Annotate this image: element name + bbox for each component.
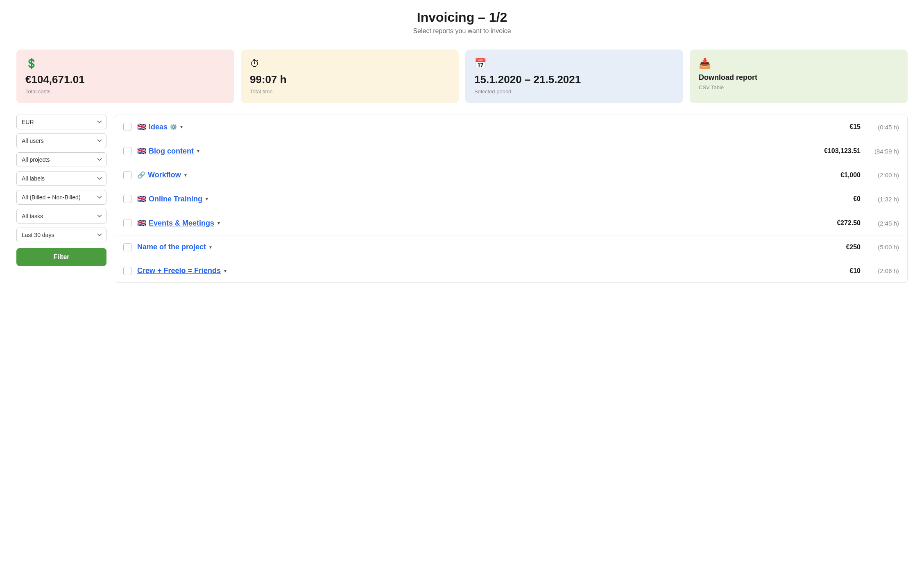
sidebar-filters: EUR USD All users All projects All label… [16, 115, 106, 266]
name-of-project-info: Name of the project ▾ [137, 243, 806, 251]
total-time-label: Total time [250, 88, 273, 95]
ideas-checkbox[interactable] [123, 123, 131, 131]
download-report-label: CSV Table [699, 84, 724, 90]
total-costs-icon: 💲 [25, 58, 225, 69]
ideas-flag: 🇬🇧 [137, 122, 146, 131]
card-selected-period: 📅15.1.2020 – 21.5.2021Selected period [465, 50, 683, 103]
workflow-time: (2:00 h) [866, 172, 899, 178]
ideas-cost: €15 [811, 123, 861, 131]
selected-period-value: 15.1.2020 – 21.5.2021 [474, 73, 674, 86]
total-time-value: 99:07 h [250, 73, 450, 86]
workflow-cost: €1,000 [811, 172, 861, 179]
selected-period-icon: 📅 [474, 58, 674, 69]
report-row: 🇬🇧Ideas ⚙️ ▾€15(0:45 h) [115, 115, 907, 139]
projects-filter[interactable]: All projects [16, 152, 106, 167]
online-training-time: (1:32 h) [866, 196, 899, 203]
online-training-flag: 🇬🇧 [137, 194, 146, 203]
report-row: 🔗Workflow ▾€1,000(2:00 h) [115, 163, 907, 187]
workflow-name[interactable]: Workflow [148, 171, 181, 179]
total-costs-value: €104,671.01 [25, 73, 225, 86]
events-meetings-flag: 🇬🇧 [137, 219, 146, 228]
name-of-project-checkbox[interactable] [123, 243, 131, 251]
ideas-name[interactable]: Ideas [149, 123, 168, 131]
users-filter[interactable]: All users [16, 133, 106, 148]
filter-button[interactable]: Filter [16, 248, 106, 266]
reports-table: 🇬🇧Ideas ⚙️ ▾€15(0:45 h)🇬🇧Blog content ▾€… [115, 115, 908, 283]
crew-freelo-friends-name[interactable]: Crew + Freelo = Friends [137, 266, 221, 275]
card-total-time: ⏱99:07 hTotal time [241, 50, 459, 103]
report-row: 🇬🇧Online Training ▾€0(1:32 h) [115, 187, 907, 211]
report-row: 🇬🇧Blog content ▾€103,123.51(84:59 h) [115, 139, 907, 163]
workflow-info: 🔗Workflow ▾ [137, 171, 806, 179]
labels-filter[interactable]: All labels [16, 171, 106, 186]
online-training-checkbox[interactable] [123, 195, 131, 203]
online-training-dropdown-arrow[interactable]: ▾ [206, 196, 208, 202]
events-meetings-name[interactable]: Events & Meetings [149, 219, 214, 228]
blog-content-info: 🇬🇧Blog content ▾ [137, 147, 806, 156]
billed-filter[interactable]: All (Billed + Non-Billed) Billed Non-Bil… [16, 190, 106, 205]
crew-freelo-friends-checkbox[interactable] [123, 267, 131, 275]
workflow-checkbox[interactable] [123, 171, 131, 179]
blog-content-dropdown-arrow[interactable]: ▾ [197, 148, 199, 154]
ideas-dropdown-arrow[interactable]: ▾ [180, 124, 183, 130]
selected-period-label: Selected period [474, 88, 511, 95]
events-meetings-time: (2:45 h) [866, 220, 899, 227]
summary-cards: 💲€104,671.01Total costs⏱99:07 hTotal tim… [16, 50, 908, 103]
events-meetings-checkbox[interactable] [123, 219, 131, 227]
page-subtitle: Select reports you want to invoice [16, 27, 908, 35]
ideas-info: 🇬🇧Ideas ⚙️ ▾ [137, 122, 806, 131]
report-row: Name of the project ▾€250(5:00 h) [115, 235, 907, 259]
crew-freelo-friends-cost: €10 [811, 267, 861, 275]
tasks-filter[interactable]: All tasks [16, 209, 106, 224]
name-of-project-name[interactable]: Name of the project [137, 243, 206, 251]
page-title: Invoicing – 1/2 [16, 10, 908, 25]
main-layout: EUR USD All users All projects All label… [16, 115, 908, 283]
events-meetings-cost: €272.50 [811, 219, 861, 227]
total-time-icon: ⏱ [250, 58, 450, 69]
name-of-project-dropdown-arrow[interactable]: ▾ [209, 244, 212, 250]
crew-freelo-friends-dropdown-arrow[interactable]: ▾ [224, 268, 226, 274]
ideas-status-icon: ⚙️ [170, 124, 177, 130]
currency-filter[interactable]: EUR USD [16, 115, 106, 129]
events-meetings-info: 🇬🇧Events & Meetings ▾ [137, 219, 806, 228]
blog-content-name[interactable]: Blog content [149, 147, 194, 156]
blog-content-cost: €103,123.51 [811, 147, 861, 155]
crew-freelo-friends-time: (2:06 h) [866, 267, 899, 274]
download-report-value: Download report [699, 73, 899, 82]
blog-content-time: (84:59 h) [866, 148, 899, 155]
report-row: 🇬🇧Events & Meetings ▾€272.50(2:45 h) [115, 211, 907, 235]
crew-freelo-friends-info: Crew + Freelo = Friends ▾ [137, 266, 806, 275]
period-filter[interactable]: Last 30 days This month Last month Custo… [16, 228, 106, 242]
online-training-cost: €0 [811, 195, 861, 203]
workflow-project-icon: 🔗 [137, 171, 145, 179]
page-header: Invoicing – 1/2 Select reports you want … [16, 10, 908, 35]
card-total-costs: 💲€104,671.01Total costs [16, 50, 234, 103]
name-of-project-time: (5:00 h) [866, 244, 899, 251]
workflow-dropdown-arrow[interactable]: ▾ [184, 172, 187, 178]
card-download-report[interactable]: 📥Download reportCSV Table [690, 50, 908, 103]
events-meetings-dropdown-arrow[interactable]: ▾ [217, 220, 220, 226]
total-costs-label: Total costs [25, 88, 50, 95]
download-report-icon: 📥 [699, 58, 899, 69]
online-training-name[interactable]: Online Training [149, 195, 202, 203]
ideas-time: (0:45 h) [866, 124, 899, 131]
blog-content-checkbox[interactable] [123, 147, 131, 155]
name-of-project-cost: €250 [811, 244, 861, 251]
blog-content-flag: 🇬🇧 [137, 147, 146, 156]
report-row: Crew + Freelo = Friends ▾€10(2:06 h) [115, 259, 907, 282]
online-training-info: 🇬🇧Online Training ▾ [137, 194, 806, 203]
